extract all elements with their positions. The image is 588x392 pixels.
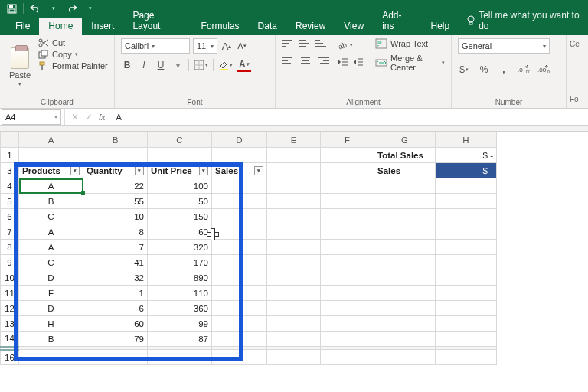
formula-input[interactable]: A	[112, 113, 588, 122]
cell-product[interactable]: H	[19, 316, 83, 332]
row-header[interactable]: 10	[1, 270, 19, 286]
cell[interactable]	[321, 270, 374, 286]
cell-unit-price[interactable]: 87	[148, 332, 212, 347]
cell[interactable]	[148, 350, 212, 365]
customize-qat-icon[interactable]: ▾	[83, 2, 97, 15]
cell-product[interactable]: A	[19, 224, 83, 240]
row-header[interactable]: 12	[1, 301, 19, 316]
cell[interactable]	[436, 286, 497, 301]
undo-more-icon[interactable]: ▾	[47, 2, 60, 15]
row-header[interactable]: 8	[1, 240, 19, 255]
cell-product[interactable]: B	[19, 194, 83, 209]
wrap-text-button[interactable]: abc Wrap Text	[375, 38, 445, 49]
name-box[interactable]: A4 ▾	[2, 109, 61, 125]
cell[interactable]	[83, 350, 148, 365]
cell[interactable]	[267, 148, 321, 163]
cell[interactable]	[374, 316, 436, 332]
cell[interactable]	[321, 301, 374, 316]
row-header[interactable]: 9	[1, 255, 19, 270]
cell[interactable]	[212, 178, 267, 194]
cell[interactable]	[267, 240, 321, 255]
cell-product[interactable]: B	[19, 332, 83, 347]
undo-icon[interactable]	[28, 2, 42, 15]
cell-total-sales-label[interactable]: Total Sales	[374, 148, 436, 163]
column-headers[interactable]: A B C D E F G H	[1, 132, 497, 148]
cell[interactable]	[212, 301, 267, 316]
cell[interactable]	[321, 286, 374, 301]
align-center-button[interactable]	[299, 55, 312, 66]
row-header[interactable]: 16	[1, 350, 19, 365]
cell[interactable]	[374, 224, 436, 240]
cell[interactable]	[212, 209, 267, 224]
cell[interactable]	[321, 255, 374, 270]
align-left-button[interactable]	[282, 55, 296, 66]
row-header[interactable]: 3	[1, 163, 19, 178]
cell-unit-price[interactable]: 60	[148, 224, 212, 240]
cell[interactable]	[374, 194, 436, 209]
cell[interactable]	[436, 316, 497, 332]
cell[interactable]	[436, 178, 497, 194]
cell[interactable]	[436, 240, 497, 255]
row-header[interactable]: 7	[1, 224, 19, 240]
cell[interactable]	[267, 194, 321, 209]
cell[interactable]	[83, 148, 148, 163]
bold-button[interactable]: B	[121, 58, 133, 72]
cell-quantity[interactable]: 7	[83, 240, 148, 255]
tab-insert[interactable]: Insert	[82, 18, 123, 35]
font-color-button[interactable]: A▾	[237, 58, 251, 72]
cell-unit-price[interactable]: 100	[148, 178, 212, 194]
table-header-products[interactable]: Products▾	[19, 163, 83, 178]
col-header-F[interactable]: F	[321, 132, 374, 148]
percent-format-button[interactable]: %	[478, 63, 490, 77]
cell[interactable]	[267, 270, 321, 286]
cell[interactable]	[436, 209, 497, 224]
decrease-indent-button[interactable]	[337, 55, 349, 69]
cell[interactable]	[212, 350, 267, 365]
align-bottom-button[interactable]	[315, 38, 329, 49]
cell-quantity[interactable]: 41	[83, 255, 148, 270]
fx-icon[interactable]: fx	[99, 113, 106, 122]
copy-button[interactable]: Copy ▾	[38, 50, 108, 59]
table-header-unit-price[interactable]: Unit Price▾	[148, 163, 212, 178]
cell-unit-price[interactable]: 360	[148, 301, 212, 316]
align-right-button[interactable]	[315, 55, 329, 66]
cell-product[interactable]: D	[19, 270, 83, 286]
cell[interactable]	[321, 209, 374, 224]
cell[interactable]	[212, 194, 267, 209]
col-header-E[interactable]: E	[267, 132, 321, 148]
cell-unit-price[interactable]: 99	[148, 316, 212, 332]
italic-button[interactable]: I	[138, 58, 150, 72]
cell[interactable]	[212, 224, 267, 240]
select-all-corner[interactable]	[1, 132, 19, 148]
cell[interactable]	[321, 194, 374, 209]
cell-product[interactable]: A	[19, 240, 83, 255]
increase-decimal-button[interactable]: .0.00	[518, 63, 530, 77]
cell[interactable]	[19, 350, 83, 365]
col-header-A[interactable]: A	[19, 132, 83, 148]
cell-product[interactable]: C	[19, 209, 83, 224]
cell-quantity[interactable]: 22	[83, 178, 148, 194]
tab-page-layout[interactable]: Page Layout	[123, 7, 191, 35]
cell[interactable]	[267, 350, 321, 365]
font-size-combo[interactable]: 11▾	[193, 38, 217, 54]
cell[interactable]	[267, 316, 321, 332]
cell-quantity[interactable]: 60	[83, 316, 148, 332]
row-header[interactable]: 11	[1, 286, 19, 301]
tab-help[interactable]: Help	[422, 18, 459, 35]
cut-button[interactable]: Cut	[38, 38, 108, 47]
cell[interactable]	[212, 270, 267, 286]
cell-product[interactable]: C	[19, 255, 83, 270]
borders-button[interactable]: ▾	[194, 58, 208, 72]
cell[interactable]	[321, 148, 374, 163]
enter-formula-icon[interactable]: ✓	[85, 112, 93, 122]
cell[interactable]	[374, 350, 436, 365]
tab-review[interactable]: Review	[286, 18, 335, 35]
cell-unit-price[interactable]: 890	[148, 270, 212, 286]
comma-format-button[interactable]: ,	[498, 63, 510, 77]
cell[interactable]	[321, 224, 374, 240]
orientation-button[interactable]: ab▾	[337, 38, 353, 52]
table-header-quantity[interactable]: Quantity▾	[83, 163, 148, 178]
row-header[interactable]: 1	[1, 148, 19, 163]
cell[interactable]	[212, 240, 267, 255]
cell[interactable]	[19, 148, 83, 163]
